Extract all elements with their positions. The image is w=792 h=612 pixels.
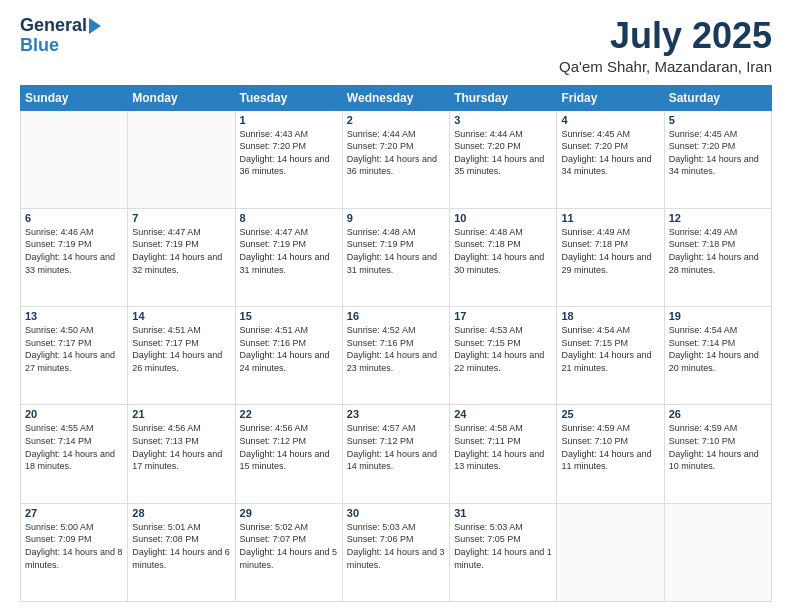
day-number: 12 [669, 212, 767, 224]
logo-general: General [20, 16, 87, 36]
day-number: 19 [669, 310, 767, 322]
day-info: Sunrise: 4:51 AM Sunset: 7:17 PM Dayligh… [132, 324, 230, 374]
col-tuesday: Tuesday [235, 85, 342, 110]
col-monday: Monday [128, 85, 235, 110]
day-info: Sunrise: 4:54 AM Sunset: 7:15 PM Dayligh… [561, 324, 659, 374]
table-row: 14Sunrise: 4:51 AM Sunset: 7:17 PM Dayli… [128, 307, 235, 405]
table-row [128, 110, 235, 208]
location: Qa'em Shahr, Mazandaran, Iran [559, 58, 772, 75]
table-row [21, 110, 128, 208]
table-row: 18Sunrise: 4:54 AM Sunset: 7:15 PM Dayli… [557, 307, 664, 405]
day-info: Sunrise: 4:51 AM Sunset: 7:16 PM Dayligh… [240, 324, 338, 374]
logo-blue: Blue [20, 36, 59, 56]
calendar: Sunday Monday Tuesday Wednesday Thursday… [20, 85, 772, 602]
day-info: Sunrise: 4:56 AM Sunset: 7:13 PM Dayligh… [132, 422, 230, 472]
table-row: 6Sunrise: 4:46 AM Sunset: 7:19 PM Daylig… [21, 208, 128, 306]
calendar-header-row: Sunday Monday Tuesday Wednesday Thursday… [21, 85, 772, 110]
day-number: 30 [347, 507, 445, 519]
col-sunday: Sunday [21, 85, 128, 110]
table-row: 29Sunrise: 5:02 AM Sunset: 7:07 PM Dayli… [235, 503, 342, 601]
day-number: 22 [240, 408, 338, 420]
day-info: Sunrise: 5:03 AM Sunset: 7:05 PM Dayligh… [454, 521, 552, 571]
day-info: Sunrise: 4:43 AM Sunset: 7:20 PM Dayligh… [240, 128, 338, 178]
table-row [664, 503, 771, 601]
day-number: 10 [454, 212, 552, 224]
col-wednesday: Wednesday [342, 85, 449, 110]
table-row: 3Sunrise: 4:44 AM Sunset: 7:20 PM Daylig… [450, 110, 557, 208]
day-number: 4 [561, 114, 659, 126]
header: General Blue July 2025 Qa'em Shahr, Maza… [20, 16, 772, 75]
table-row: 24Sunrise: 4:58 AM Sunset: 7:11 PM Dayli… [450, 405, 557, 503]
col-friday: Friday [557, 85, 664, 110]
day-info: Sunrise: 5:01 AM Sunset: 7:08 PM Dayligh… [132, 521, 230, 571]
day-info: Sunrise: 4:52 AM Sunset: 7:16 PM Dayligh… [347, 324, 445, 374]
table-row: 7Sunrise: 4:47 AM Sunset: 7:19 PM Daylig… [128, 208, 235, 306]
table-row: 2Sunrise: 4:44 AM Sunset: 7:20 PM Daylig… [342, 110, 449, 208]
day-info: Sunrise: 4:48 AM Sunset: 7:19 PM Dayligh… [347, 226, 445, 276]
table-row: 28Sunrise: 5:01 AM Sunset: 7:08 PM Dayli… [128, 503, 235, 601]
table-row: 4Sunrise: 4:45 AM Sunset: 7:20 PM Daylig… [557, 110, 664, 208]
day-number: 14 [132, 310, 230, 322]
day-number: 5 [669, 114, 767, 126]
col-saturday: Saturday [664, 85, 771, 110]
day-number: 2 [347, 114, 445, 126]
table-row: 17Sunrise: 4:53 AM Sunset: 7:15 PM Dayli… [450, 307, 557, 405]
day-number: 7 [132, 212, 230, 224]
day-info: Sunrise: 4:48 AM Sunset: 7:18 PM Dayligh… [454, 226, 552, 276]
title-area: July 2025 Qa'em Shahr, Mazandaran, Iran [559, 16, 772, 75]
table-row: 22Sunrise: 4:56 AM Sunset: 7:12 PM Dayli… [235, 405, 342, 503]
table-row: 1Sunrise: 4:43 AM Sunset: 7:20 PM Daylig… [235, 110, 342, 208]
day-number: 18 [561, 310, 659, 322]
day-info: Sunrise: 4:59 AM Sunset: 7:10 PM Dayligh… [669, 422, 767, 472]
table-row: 15Sunrise: 4:51 AM Sunset: 7:16 PM Dayli… [235, 307, 342, 405]
table-row: 8Sunrise: 4:47 AM Sunset: 7:19 PM Daylig… [235, 208, 342, 306]
table-row: 11Sunrise: 4:49 AM Sunset: 7:18 PM Dayli… [557, 208, 664, 306]
day-info: Sunrise: 4:47 AM Sunset: 7:19 PM Dayligh… [132, 226, 230, 276]
calendar-week-row: 6Sunrise: 4:46 AM Sunset: 7:19 PM Daylig… [21, 208, 772, 306]
day-info: Sunrise: 4:59 AM Sunset: 7:10 PM Dayligh… [561, 422, 659, 472]
table-row: 21Sunrise: 4:56 AM Sunset: 7:13 PM Dayli… [128, 405, 235, 503]
table-row: 25Sunrise: 4:59 AM Sunset: 7:10 PM Dayli… [557, 405, 664, 503]
month-title: July 2025 [559, 16, 772, 56]
table-row: 16Sunrise: 4:52 AM Sunset: 7:16 PM Dayli… [342, 307, 449, 405]
day-info: Sunrise: 4:57 AM Sunset: 7:12 PM Dayligh… [347, 422, 445, 472]
day-number: 21 [132, 408, 230, 420]
logo: General Blue [20, 16, 101, 56]
day-info: Sunrise: 4:46 AM Sunset: 7:19 PM Dayligh… [25, 226, 123, 276]
day-number: 31 [454, 507, 552, 519]
day-info: Sunrise: 4:45 AM Sunset: 7:20 PM Dayligh… [561, 128, 659, 178]
table-row [557, 503, 664, 601]
table-row: 5Sunrise: 4:45 AM Sunset: 7:20 PM Daylig… [664, 110, 771, 208]
calendar-week-row: 20Sunrise: 4:55 AM Sunset: 7:14 PM Dayli… [21, 405, 772, 503]
day-info: Sunrise: 5:02 AM Sunset: 7:07 PM Dayligh… [240, 521, 338, 571]
day-number: 20 [25, 408, 123, 420]
day-number: 6 [25, 212, 123, 224]
table-row: 10Sunrise: 4:48 AM Sunset: 7:18 PM Dayli… [450, 208, 557, 306]
day-number: 29 [240, 507, 338, 519]
day-info: Sunrise: 4:53 AM Sunset: 7:15 PM Dayligh… [454, 324, 552, 374]
day-info: Sunrise: 4:44 AM Sunset: 7:20 PM Dayligh… [347, 128, 445, 178]
day-info: Sunrise: 4:55 AM Sunset: 7:14 PM Dayligh… [25, 422, 123, 472]
table-row: 19Sunrise: 4:54 AM Sunset: 7:14 PM Dayli… [664, 307, 771, 405]
table-row: 12Sunrise: 4:49 AM Sunset: 7:18 PM Dayli… [664, 208, 771, 306]
page: General Blue July 2025 Qa'em Shahr, Maza… [0, 0, 792, 612]
table-row: 31Sunrise: 5:03 AM Sunset: 7:05 PM Dayli… [450, 503, 557, 601]
day-number: 9 [347, 212, 445, 224]
table-row: 27Sunrise: 5:00 AM Sunset: 7:09 PM Dayli… [21, 503, 128, 601]
day-info: Sunrise: 4:45 AM Sunset: 7:20 PM Dayligh… [669, 128, 767, 178]
day-info: Sunrise: 4:44 AM Sunset: 7:20 PM Dayligh… [454, 128, 552, 178]
table-row: 20Sunrise: 4:55 AM Sunset: 7:14 PM Dayli… [21, 405, 128, 503]
table-row: 9Sunrise: 4:48 AM Sunset: 7:19 PM Daylig… [342, 208, 449, 306]
day-number: 3 [454, 114, 552, 126]
day-info: Sunrise: 4:50 AM Sunset: 7:17 PM Dayligh… [25, 324, 123, 374]
day-info: Sunrise: 4:56 AM Sunset: 7:12 PM Dayligh… [240, 422, 338, 472]
day-number: 26 [669, 408, 767, 420]
day-info: Sunrise: 4:49 AM Sunset: 7:18 PM Dayligh… [669, 226, 767, 276]
day-number: 11 [561, 212, 659, 224]
day-number: 27 [25, 507, 123, 519]
day-info: Sunrise: 4:49 AM Sunset: 7:18 PM Dayligh… [561, 226, 659, 276]
table-row: 30Sunrise: 5:03 AM Sunset: 7:06 PM Dayli… [342, 503, 449, 601]
day-number: 23 [347, 408, 445, 420]
calendar-week-row: 1Sunrise: 4:43 AM Sunset: 7:20 PM Daylig… [21, 110, 772, 208]
day-number: 13 [25, 310, 123, 322]
